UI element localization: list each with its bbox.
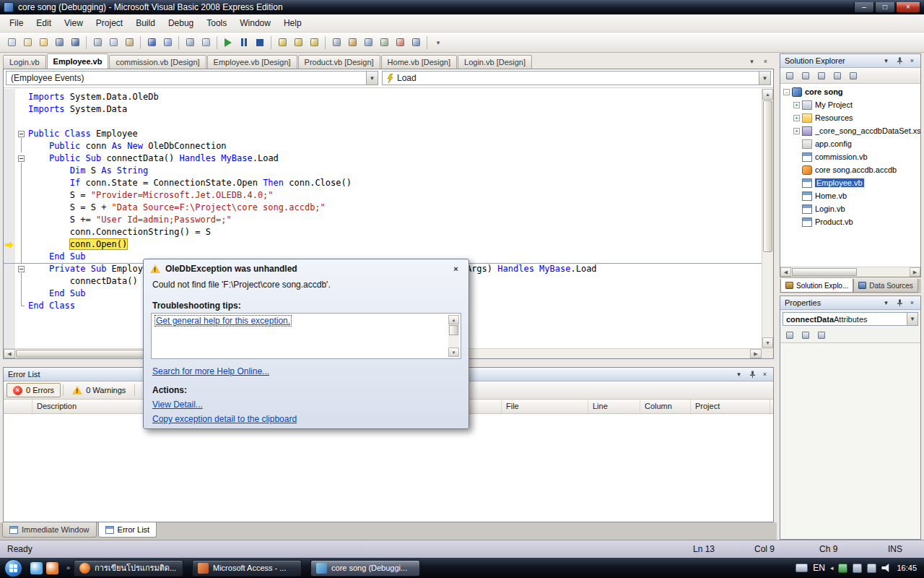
auto-hide-pin-icon[interactable] bbox=[746, 369, 757, 379]
general-help-link[interactable]: Get general help for this exception. bbox=[155, 316, 291, 326]
indicator-margin[interactable] bbox=[4, 263, 15, 275]
save-icon[interactable] bbox=[52, 35, 66, 50]
error-list-body[interactable] bbox=[4, 414, 773, 522]
code-text[interactable]: conn.ConnectionString() = S bbox=[28, 226, 762, 238]
collapse-region-box-icon[interactable] bbox=[18, 266, 25, 272]
tree-expander-icon[interactable]: + bbox=[793, 115, 800, 121]
toolbox-icon[interactable] bbox=[377, 35, 391, 50]
indicator-margin[interactable] bbox=[4, 128, 15, 140]
explorer-tab-data-sources[interactable]: Data Sources bbox=[853, 279, 918, 293]
indicator-margin[interactable] bbox=[4, 189, 15, 202]
indicator-margin[interactable] bbox=[4, 288, 15, 300]
fold-margin[interactable] bbox=[15, 165, 28, 177]
indicator-margin[interactable] bbox=[4, 140, 15, 152]
view-designer-icon[interactable] bbox=[846, 69, 860, 82]
window-position-chevron-icon[interactable]: ▾ bbox=[881, 56, 892, 66]
fold-margin[interactable] bbox=[15, 91, 28, 103]
language-bar-keyboard-icon[interactable] bbox=[796, 564, 808, 572]
view-detail-link[interactable]: View Detail... bbox=[152, 400, 203, 410]
volume-tray-icon[interactable] bbox=[881, 564, 892, 573]
close-dialog-icon[interactable]: × bbox=[450, 263, 462, 274]
hidden-icons-chevron-icon[interactable]: ◂ bbox=[830, 564, 834, 571]
code-text[interactable]: Public conn As New OleDbConnection bbox=[28, 140, 762, 152]
doc-tab-employee-vb[interactable]: Employee.vb bbox=[47, 53, 109, 69]
cut-icon[interactable] bbox=[90, 35, 105, 50]
update-tray-icon[interactable] bbox=[853, 564, 862, 573]
tab-list-chevron-icon[interactable]: ▾ bbox=[746, 56, 757, 66]
fold-margin[interactable] bbox=[15, 214, 28, 226]
code-text[interactable]: If conn.State = ConnectionState.Open The… bbox=[28, 177, 762, 189]
doc-tab-employee-vb-design-[interactable]: Employee.vb [Design] bbox=[207, 55, 297, 69]
language-indicator[interactable]: EN bbox=[813, 563, 825, 573]
doc-tab-login-vb[interactable]: Login.vb bbox=[3, 55, 46, 69]
menu-window[interactable]: Window bbox=[233, 15, 277, 31]
solution-explorer-item[interactable]: Login.vb bbox=[780, 202, 920, 215]
hex-display-icon[interactable] bbox=[329, 35, 344, 50]
bottom-tab-error-list[interactable]: Error List bbox=[98, 522, 157, 538]
error-list-column-project[interactable]: Project bbox=[691, 400, 770, 413]
code-text[interactable]: S = S + "Data Source=F:\Project\core son… bbox=[28, 202, 762, 214]
search-help-online-link[interactable]: Search for more Help Online... bbox=[152, 366, 269, 376]
menu-file[interactable]: File bbox=[3, 15, 30, 31]
solution-explorer-item[interactable]: +My Project bbox=[780, 98, 920, 111]
close-button[interactable]: × bbox=[896, 2, 920, 13]
scroll-up-icon[interactable]: ▲ bbox=[762, 89, 773, 100]
properties-object-dropdown[interactable]: connectData Attributes ▼ bbox=[783, 312, 918, 326]
indicator-margin[interactable] bbox=[4, 226, 15, 238]
copy-exception-link[interactable]: Copy exception detail to the clipboard bbox=[152, 414, 297, 424]
code-text[interactable] bbox=[28, 116, 762, 128]
close-document-icon[interactable]: × bbox=[760, 56, 771, 66]
fold-margin[interactable] bbox=[15, 300, 28, 312]
indicator-margin[interactable] bbox=[4, 275, 15, 288]
scroll-down-icon[interactable]: ▼ bbox=[448, 348, 459, 357]
quick-launch-chevron-icon[interactable]: » bbox=[66, 564, 70, 571]
immediate-window-icon[interactable] bbox=[409, 35, 423, 50]
menu-view[interactable]: View bbox=[58, 15, 90, 31]
taskbar-button-access[interactable]: Microsoft Access - ... bbox=[192, 560, 302, 577]
indicator-margin[interactable] bbox=[4, 177, 15, 189]
error-list-icon[interactable] bbox=[393, 35, 407, 50]
scroll-up-icon[interactable]: ▲ bbox=[448, 315, 459, 324]
code-text[interactable]: S = "Provider=Microsoft.Jet.OLEDB.4.0;" bbox=[28, 189, 762, 202]
paste-icon[interactable] bbox=[122, 35, 136, 50]
method-dropdown[interactable]: Load ▼ bbox=[382, 71, 771, 85]
view-code-icon[interactable] bbox=[830, 69, 845, 82]
uncomment-icon[interactable] bbox=[199, 35, 213, 50]
indicator-margin[interactable] bbox=[4, 152, 15, 165]
clock[interactable]: 16:45 bbox=[897, 564, 917, 572]
taskbar-button-firefox[interactable]: การเขียนโปรแกรมติด... bbox=[74, 560, 183, 577]
scroll-left-icon[interactable]: ◀ bbox=[4, 349, 15, 358]
fold-margin[interactable] bbox=[15, 189, 28, 202]
fold-margin[interactable] bbox=[15, 140, 28, 152]
chevron-down-icon[interactable]: ▼ bbox=[366, 72, 378, 85]
show-all-files-icon[interactable] bbox=[798, 69, 813, 82]
code-text[interactable]: Public Class Employee bbox=[28, 128, 762, 140]
fold-margin[interactable] bbox=[15, 177, 28, 189]
scrollbar-thumb[interactable] bbox=[763, 100, 772, 252]
collapse-region-box-icon[interactable] bbox=[18, 155, 25, 162]
fold-margin[interactable] bbox=[15, 263, 28, 275]
fold-margin[interactable] bbox=[15, 128, 28, 140]
errors-filter-button[interactable]: × 0 Errors bbox=[6, 383, 61, 397]
network-tray-icon[interactable] bbox=[867, 564, 876, 573]
auto-hide-pin-icon[interactable] bbox=[894, 298, 905, 308]
solution-explorer-item[interactable]: -core song bbox=[780, 85, 920, 98]
close-panel-icon[interactable]: × bbox=[907, 56, 918, 66]
toolbar-options-icon[interactable]: ▾ bbox=[431, 35, 445, 50]
minimize-button[interactable]: – bbox=[854, 2, 874, 13]
solution-explorer-scrollbar[interactable]: ◀ ▶ bbox=[780, 267, 920, 277]
indicator-margin[interactable] bbox=[4, 238, 15, 251]
start-debugging-icon[interactable] bbox=[221, 35, 235, 50]
editor-vertical-scrollbar[interactable]: ▲ ▼ bbox=[762, 89, 773, 348]
undo-icon[interactable] bbox=[144, 35, 159, 50]
properties-icon[interactable] bbox=[783, 69, 797, 82]
tree-expander-icon[interactable]: - bbox=[783, 89, 790, 95]
error-list-column-file[interactable]: File bbox=[502, 400, 588, 413]
stop-debugging-icon[interactable] bbox=[253, 35, 267, 50]
indicator-margin[interactable] bbox=[4, 300, 15, 312]
menu-project[interactable]: Project bbox=[90, 15, 129, 31]
scroll-right-icon[interactable]: ▶ bbox=[750, 349, 762, 358]
code-text[interactable]: S += "User Id=admin;Password=;" bbox=[28, 214, 762, 226]
quick-launch-browser-icon[interactable] bbox=[30, 562, 43, 574]
restore-button[interactable]: □ bbox=[875, 2, 895, 13]
